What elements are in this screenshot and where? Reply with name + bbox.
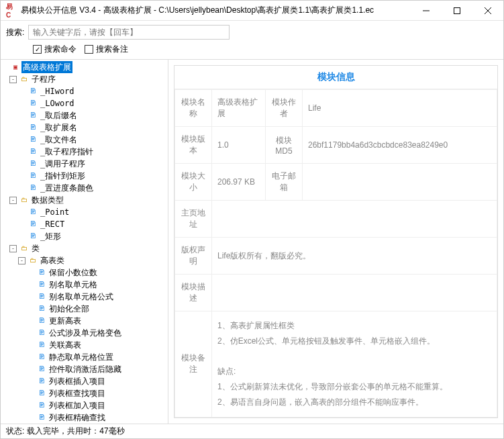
tree-item[interactable]: 🖹_HIword (1, 85, 168, 97)
tree-item[interactable]: 🖹_取扩展名 (1, 121, 168, 134)
tree-item-label: 别名取单元格 (48, 279, 99, 291)
folder-icon: 🗀 (19, 195, 29, 205)
tree-item-label: 列表框插入项目 (48, 375, 107, 387)
doc-icon: 🖹 (37, 280, 46, 289)
tree-item[interactable]: 🖹_矩形 (1, 230, 168, 242)
doc-icon: 🖹 (37, 352, 46, 362)
doc-icon: 🖹 (28, 207, 38, 217)
tree-item-label: 数据类型 (30, 194, 65, 206)
doc-icon: 🖹 (37, 413, 46, 422)
checkbox-icon (33, 45, 42, 54)
tree-item[interactable]: 🖹更新高表 (1, 315, 168, 327)
app-icon: 易C (6, 5, 17, 16)
close-button[interactable] (472, 1, 503, 20)
tree-item-label: 关联高表 (48, 339, 83, 351)
folder-icon: 🗀 (19, 75, 29, 84)
module-notes: 1、高表扩展属性框类2、仿Excel公式、单元格按钮及触发事件、单元格嵌入组件。… (217, 318, 491, 410)
doc-icon: 🖹 (28, 147, 38, 156)
tree-item[interactable]: 🖹别名取单元格公式 (1, 291, 168, 303)
search-input[interactable] (28, 25, 230, 40)
tree-item-label: 别名取单元格公式 (48, 291, 115, 303)
collapse-icon[interactable]: - (9, 76, 17, 83)
doc-icon: 🖹 (28, 87, 38, 96)
doc-icon: 🖹 (37, 328, 46, 338)
tree-item[interactable]: -🗀类 (1, 242, 168, 254)
tree-item[interactable]: 🖹公式涉及单元格变色 (1, 327, 168, 339)
doc-icon: 🖹 (37, 364, 46, 374)
tree-item-label: 列表框查找项目 (48, 387, 107, 399)
tree-item[interactable]: 🖹_调用子程序 (1, 158, 168, 170)
collapse-icon[interactable]: - (9, 197, 17, 204)
tree-item-label: 列表框加入项目 (48, 399, 107, 411)
tree-item-label: _矩形 (39, 230, 62, 242)
tree-item[interactable]: 🖹_取文件名 (1, 134, 168, 146)
doc-icon: 🖹 (28, 171, 38, 181)
tree-item[interactable]: 🖹_取子程序指针 (1, 146, 168, 158)
tree-item[interactable]: 🖹列表框精确查找 (1, 411, 168, 424)
tree-item[interactable]: 🖹别名取单元格 (1, 279, 168, 291)
tree-item-label: 高级表格扩展 (21, 61, 72, 73)
checkbox-search-remark[interactable]: 搜索备注 (85, 44, 128, 55)
doc-icon: 🖹 (28, 111, 38, 120)
info-panel: 模块信息 模块名称高级表格扩展模块作者Life 模块版本1.0模块MD526bf… (168, 60, 503, 424)
search-options: 搜索命令 搜索备注 (1, 42, 503, 59)
maximize-button[interactable] (442, 1, 472, 20)
doc-icon: 🖹 (28, 123, 38, 132)
doc-icon: 🖹 (37, 401, 46, 410)
search-label: 搜索: (6, 27, 24, 38)
info-table: 模块名称高级表格扩展模块作者Life 模块版本1.0模块MD526bf1179b… (174, 89, 497, 418)
doc-icon: 🖹 (37, 268, 46, 277)
collapse-icon[interactable]: - (9, 245, 17, 252)
doc-icon: 🖹 (37, 377, 46, 386)
tree-item[interactable]: 🖹_Point (1, 206, 168, 218)
folder-icon: 🗀 (19, 244, 29, 253)
doc-icon: 🖹 (37, 389, 46, 398)
tree-item[interactable]: 🖹列表框加入项目 (1, 399, 168, 411)
doc-icon: 🖹 (37, 340, 46, 350)
doc-icon: 🖹 (28, 159, 38, 168)
doc-icon: 🖹 (37, 304, 46, 313)
tree-item-label: 静态取单元格位置 (48, 351, 115, 363)
status-bar: 状态: 载入完毕，共用时：47毫秒 (1, 424, 503, 438)
tree-item[interactable]: 🖹控件取消激活后隐藏 (1, 363, 168, 375)
tree-item[interactable]: 🖹_取后缀名 (1, 109, 168, 121)
tree-item[interactable]: 🖹_RECT (1, 218, 168, 230)
minimize-button[interactable] (411, 1, 442, 20)
tree-item[interactable]: 🖹列表框插入项目 (1, 375, 168, 387)
package-icon: ▣ (11, 62, 20, 72)
tree-item-label: 子程序 (30, 73, 57, 85)
status-label: 状态: (6, 426, 24, 437)
tree-item-label: _取文件名 (39, 134, 79, 146)
tree-item-label: _HIword (39, 85, 76, 97)
tree-item[interactable]: 🖹_LOword (1, 97, 168, 109)
tree-item-label: _置进度条颜色 (39, 182, 95, 194)
tree-item[interactable]: -🗀子程序 (1, 73, 168, 85)
checkbox-search-command[interactable]: 搜索命令 (33, 44, 77, 55)
tree-item[interactable]: 🖹列表框查找项目 (1, 387, 168, 399)
doc-icon: 🖹 (37, 292, 46, 301)
tree-item[interactable]: 🖹_指针到矩形 (1, 170, 168, 182)
tree-item[interactable]: 🖹静态取单元格位置 (1, 351, 168, 363)
doc-icon: 🖹 (37, 316, 46, 326)
tree-item[interactable]: ▣高级表格扩展 (1, 61, 168, 73)
doc-icon: 🖹 (28, 99, 38, 108)
collapse-icon[interactable]: - (18, 257, 26, 264)
tree-item-label: 保留小数位数 (48, 266, 99, 279)
titlebar: 易C 易模块公开信息 V3.4 - 高级表格扩展 - C:\Users\jell… (1, 1, 503, 21)
tree-item-label: _取后缀名 (39, 109, 79, 121)
tree-item-label: _RECT (39, 218, 66, 230)
tree-item[interactable]: 🖹保留小数位数 (1, 266, 168, 279)
tree-item[interactable]: 🖹关联高表 (1, 339, 168, 351)
tree-item-label: 高表类 (39, 254, 66, 266)
search-toolbar: 搜索: (1, 21, 503, 42)
tree-view[interactable]: ▣高级表格扩展-🗀子程序🖹_HIword🖹_LOword🖹_取后缀名🖹_取扩展名… (1, 60, 168, 424)
tree-item[interactable]: -🗀高表类 (1, 254, 168, 266)
doc-icon: 🖹 (28, 220, 38, 229)
tree-item-label: _取子程序指针 (39, 146, 95, 158)
tree-item[interactable]: 🖹_置进度条颜色 (1, 182, 168, 194)
tree-item-label: 列表框精确查找 (48, 411, 107, 424)
tree-item[interactable]: -🗀数据类型 (1, 194, 168, 206)
doc-icon: 🖹 (28, 232, 38, 241)
doc-icon: 🖹 (28, 135, 38, 144)
tree-item[interactable]: 🖹初始化全部 (1, 303, 168, 315)
